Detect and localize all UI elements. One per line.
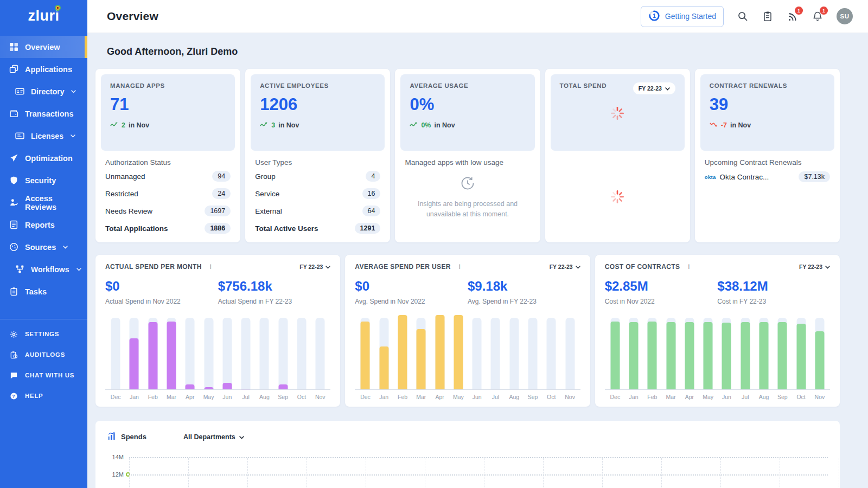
bar-column-sep — [773, 313, 792, 389]
sidebar-item-optimization[interactable]: Optimization — [0, 147, 87, 169]
bar-column-nov — [311, 313, 329, 389]
value-pill: 1886 — [205, 223, 231, 234]
bell-icon[interactable]: 1 — [812, 10, 824, 22]
bar-column-oct — [542, 313, 560, 389]
x-tick-dec: Dec — [356, 390, 374, 400]
sidebar-item-overview[interactable]: Overview — [0, 36, 87, 58]
bar-column-may — [699, 313, 717, 389]
sidebar-item-licenses[interactable]: Licenses — [0, 125, 87, 147]
x-tick-aug: Aug — [755, 390, 773, 400]
x-tick-may: May — [449, 390, 468, 400]
auditlog-icon — [9, 350, 18, 359]
fy-filter-dropdown[interactable]: FY 22-23 — [299, 264, 330, 270]
content-area: Good Afternoon, Zluri Demo MANAGED APPS … — [87, 33, 868, 488]
gridline — [602, 458, 603, 488]
sidebar-item-access-reviews[interactable]: Access Reviews — [0, 191, 87, 214]
charts-row: ACTUAL SPEND PER MONTH i FY 22-23 $0Actu… — [95, 255, 840, 407]
sidebar-item-reports[interactable]: Reports — [0, 214, 87, 236]
x-tick-feb: Feb — [643, 390, 661, 400]
avatar[interactable]: SU — [837, 8, 853, 24]
gridline — [129, 458, 130, 488]
sidebar-item-transactions[interactable]: Transactions — [0, 102, 87, 125]
bar — [222, 383, 232, 389]
svg-text:1: 1 — [653, 12, 656, 18]
spends-title: Spends — [107, 432, 146, 442]
spends-card: Spends All Departments 14M 12M — [95, 421, 840, 488]
x-tick-jan: Jan — [624, 390, 643, 400]
sidebar-item-applications[interactable]: Applications — [0, 58, 87, 80]
feed-icon[interactable]: 1 — [787, 10, 799, 22]
trend-up-icon — [410, 121, 418, 129]
kpi-label: MANAGED APPS — [110, 82, 226, 89]
info-icon[interactable]: i — [210, 263, 212, 271]
sidebar-item-settings[interactable]: SETTINGS — [0, 324, 87, 344]
kpi-label: TOTAL SPEND — [560, 82, 607, 89]
fy-filter-dropdown[interactable]: FY 22-23 — [799, 264, 830, 270]
bar-track — [241, 318, 251, 389]
chevron-down-icon — [665, 85, 670, 92]
renewal-row-okta-contrac[interactable]: oktaOkta Contrac...$7.13k — [705, 168, 830, 186]
chevron-down-icon — [71, 90, 76, 93]
bar-track — [491, 318, 500, 389]
sidebar-item-auditlogs[interactable]: AUDITLOGS — [0, 344, 87, 365]
kpi-row: MANAGED APPS 71 2 in Nov Authorization S… — [95, 69, 840, 242]
clipboard-icon[interactable] — [762, 10, 774, 22]
chevron-down-icon — [63, 246, 68, 249]
x-tick-feb: Feb — [144, 390, 162, 400]
info-icon[interactable]: i — [688, 263, 690, 271]
chevron-down-icon — [576, 264, 580, 270]
chart-title: COST OF CONTRACTS — [605, 263, 680, 271]
chevron-down-icon — [825, 264, 830, 270]
bar — [130, 338, 139, 389]
bar-chart — [105, 313, 330, 389]
chevron-down-icon — [239, 433, 244, 441]
department-filter-dropdown[interactable]: All Departments — [183, 433, 244, 441]
bar — [760, 322, 769, 389]
x-tick-apr: Apr — [430, 390, 449, 400]
x-tick-jan: Jan — [125, 390, 143, 400]
bar — [704, 322, 713, 389]
kpi-label: CONTRACT RENEWALS — [710, 82, 825, 89]
search-icon[interactable] — [737, 10, 749, 22]
stat-row-unmanaged: Unmanaged94 — [105, 168, 231, 185]
x-axis-labels: DecJanFebMarAprMayJunJulAugSepOctNov — [105, 389, 330, 400]
bar-column-oct — [792, 313, 810, 389]
sidebar-item-workflows[interactable]: Workflows — [0, 258, 87, 280]
sidebar-item-tasks[interactable]: Tasks — [0, 280, 87, 303]
chevron-down-icon — [76, 268, 81, 271]
info-icon[interactable]: i — [459, 263, 461, 271]
bar — [278, 384, 288, 389]
fy-filter-dropdown[interactable]: FY 22-23 — [550, 264, 580, 270]
bar-column-dec — [606, 313, 624, 389]
bar-column-jul — [237, 313, 255, 389]
fy-filter-dropdown[interactable]: FY 22-23 — [633, 82, 675, 94]
managed-apps-card: MANAGED APPS 71 2 in Nov Authorization S… — [95, 69, 240, 242]
kpi-trend: 3 in Nov — [260, 121, 375, 129]
bar-column-may — [199, 313, 218, 389]
chevron-down-icon — [71, 134, 75, 138]
average-spend-per-user-card: AVERAGE SPEND PER USER i FY 22-23 $0Avg.… — [345, 255, 590, 407]
active-employees-tile: ACTIVE EMPLOYEES 1206 3 in Nov — [251, 74, 385, 151]
getting-started-button[interactable]: 1 Getting Started — [641, 6, 724, 27]
sidebar-item-directory[interactable]: Directory — [0, 80, 87, 102]
bar — [417, 329, 426, 389]
chat-icon — [9, 370, 18, 380]
sidebar-item-security[interactable]: Security — [0, 169, 87, 191]
bar-column-mar — [662, 313, 680, 389]
sidebar-item-help[interactable]: ?HELP — [0, 386, 87, 406]
kpi-label: AVERAGE USAGE — [410, 82, 525, 89]
bar-track — [222, 318, 232, 389]
gridline — [425, 458, 425, 488]
chart-stat: $2.85MCost in Nov 2022 — [605, 279, 718, 305]
svg-text:?: ? — [12, 393, 15, 399]
value-pill: 1291 — [355, 223, 381, 234]
bar-column-may — [449, 313, 468, 389]
x-tick-nov: Nov — [311, 390, 329, 400]
kpi-value: 39 — [710, 95, 825, 114]
okta-logo: okta — [705, 174, 716, 180]
kpi-trend: 0% in Nov — [410, 121, 525, 129]
sidebar-item-chat-with-us[interactable]: CHAT WITH US — [0, 365, 87, 386]
x-tick-aug: Aug — [255, 390, 273, 400]
sidebar-item-sources[interactable]: Sources — [0, 236, 87, 258]
x-tick-jul: Jul — [736, 390, 755, 400]
